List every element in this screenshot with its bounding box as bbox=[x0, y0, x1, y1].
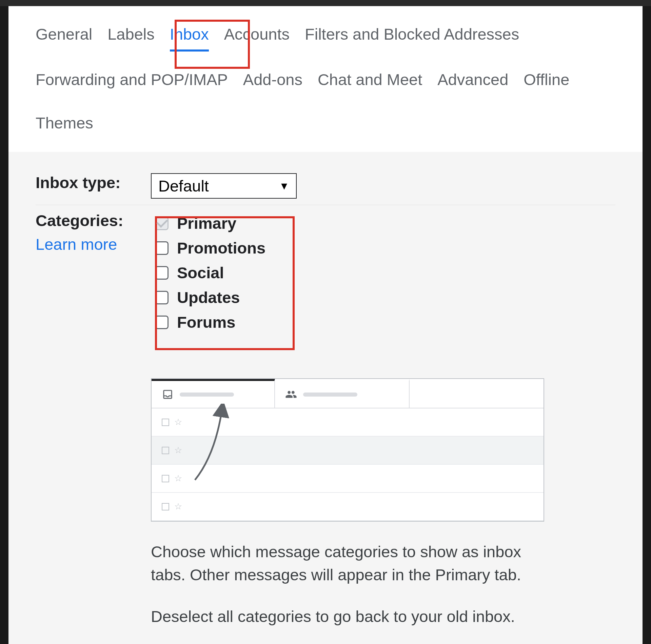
settings-panel: General Labels Inbox Accounts Filters an… bbox=[8, 6, 643, 644]
inbox-icon bbox=[162, 388, 174, 400]
categories-description: Choose which message categories to show … bbox=[151, 540, 544, 628]
window-top-bar bbox=[0, 0, 651, 6]
category-item-social: Social bbox=[155, 263, 615, 282]
tab-addons[interactable]: Add-ons bbox=[243, 70, 302, 95]
tab-accounts[interactable]: Accounts bbox=[224, 25, 290, 52]
star-icon: ☆ bbox=[174, 417, 182, 427]
inbox-type-label: Inbox type: bbox=[36, 173, 151, 192]
settings-body: Inbox type: Default ▼ Categories: Learn … bbox=[8, 152, 643, 644]
preview-checkbox-icon bbox=[162, 503, 169, 510]
category-item-updates: Updates bbox=[155, 288, 615, 307]
preview-tab-social bbox=[275, 379, 410, 408]
preview-checkbox-icon bbox=[162, 419, 169, 426]
tab-themes[interactable]: Themes bbox=[36, 114, 93, 138]
category-label: Updates bbox=[177, 288, 240, 307]
category-label: Primary bbox=[177, 214, 236, 233]
tab-general[interactable]: General bbox=[36, 25, 92, 52]
inbox-type-row: Inbox type: Default ▼ bbox=[36, 167, 615, 205]
category-list: Primary Promotions Social Updates bbox=[151, 211, 615, 331]
tab-forwarding[interactable]: Forwarding and POP/IMAP bbox=[36, 70, 228, 95]
inbox-type-select[interactable]: Default ▼ bbox=[151, 173, 297, 199]
tab-inbox[interactable]: Inbox bbox=[170, 25, 209, 52]
category-checkbox-promotions[interactable] bbox=[155, 241, 169, 255]
categories-row: Categories: Learn more Primary Promotion… bbox=[36, 205, 615, 338]
chevron-down-icon: ▼ bbox=[279, 180, 289, 192]
tab-labels[interactable]: Labels bbox=[107, 25, 155, 52]
inbox-preview-wrapper: ☆ ☆ ☆ ☆ bbox=[36, 378, 615, 522]
settings-tabs-nav: General Labels Inbox Accounts Filters an… bbox=[8, 6, 643, 152]
category-checkbox-social[interactable] bbox=[155, 266, 169, 280]
category-checkbox-forums[interactable] bbox=[155, 316, 169, 329]
star-icon: ☆ bbox=[174, 501, 182, 512]
category-item-promotions: Promotions bbox=[155, 239, 615, 257]
learn-more-link[interactable]: Learn more bbox=[36, 235, 151, 254]
category-label: Social bbox=[177, 263, 224, 282]
people-icon bbox=[285, 388, 297, 400]
preview-mail-row: ☆ bbox=[152, 408, 544, 437]
preview-tab-label-placeholder bbox=[303, 393, 357, 397]
category-checkbox-updates[interactable] bbox=[155, 291, 169, 304]
preview-tab-primary bbox=[152, 379, 275, 408]
description-text-2: Deselect all categories to go back to yo… bbox=[151, 605, 544, 628]
preview-mail-row: ☆ bbox=[152, 437, 544, 465]
star-icon: ☆ bbox=[174, 473, 182, 484]
star-icon: ☆ bbox=[174, 445, 182, 456]
preview-checkbox-icon bbox=[162, 447, 169, 454]
tab-advanced[interactable]: Advanced bbox=[437, 70, 508, 95]
tab-filters[interactable]: Filters and Blocked Addresses bbox=[305, 25, 519, 52]
inbox-preview: ☆ ☆ ☆ ☆ bbox=[151, 378, 544, 522]
categories-label: Categories: bbox=[36, 212, 123, 229]
category-label: Forums bbox=[177, 313, 235, 331]
preview-mail-row: ☆ bbox=[152, 465, 544, 493]
inbox-type-selected: Default bbox=[158, 177, 209, 195]
preview-mail-row: ☆ bbox=[152, 493, 544, 521]
categories-label-col: Categories: Learn more bbox=[36, 211, 151, 254]
description-text-1: Choose which message categories to show … bbox=[151, 540, 544, 586]
category-label: Promotions bbox=[177, 239, 265, 257]
category-item-primary: Primary bbox=[155, 214, 615, 233]
category-checkbox-primary bbox=[155, 217, 169, 230]
preview-checkbox-icon bbox=[162, 475, 169, 482]
category-item-forums: Forums bbox=[155, 313, 615, 331]
preview-tabs bbox=[152, 379, 544, 408]
preview-tab-label-placeholder bbox=[180, 393, 234, 397]
preview-tab-empty bbox=[410, 379, 544, 408]
tab-chat[interactable]: Chat and Meet bbox=[318, 70, 422, 95]
tab-offline[interactable]: Offline bbox=[524, 70, 569, 95]
